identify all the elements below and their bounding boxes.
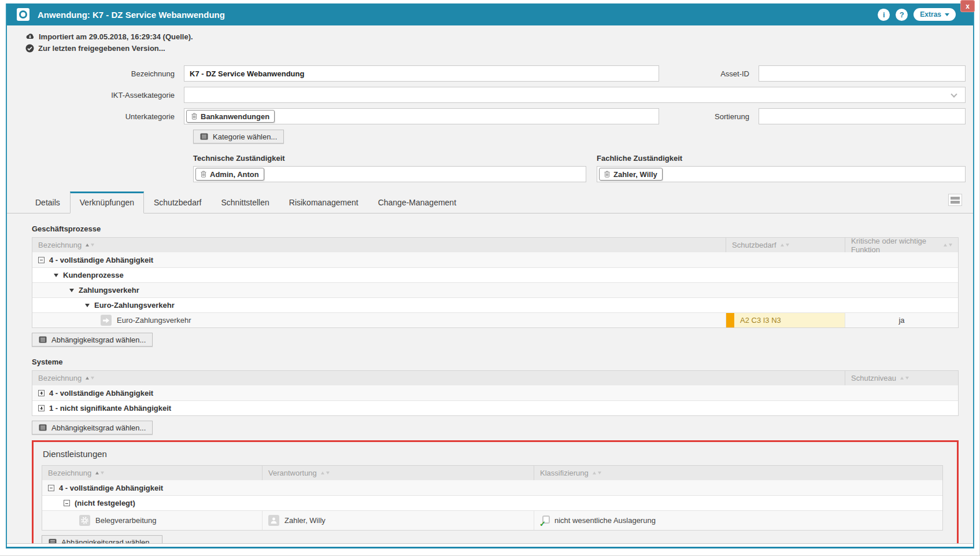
tab-bar: Details Verknüpfungen Schutzbedarf Schni… — [7, 192, 973, 213]
title-bar: Anwendung: K7 - DZ Service Webanwendung … — [7, 3, 973, 25]
tab-details[interactable]: Details — [25, 192, 70, 213]
geschaeftsprozesse-table: Bezeichnung Schutzbedarf Kritische oder … — [32, 237, 959, 328]
dienstleistungen-table: Bezeichnung Verantwortung Klassifizierun… — [42, 465, 943, 531]
sort-icon[interactable] — [95, 472, 104, 474]
trash-icon[interactable] — [604, 171, 610, 178]
tab-schnittstellen[interactable]: Schnittstellen — [212, 192, 279, 213]
version-link[interactable]: Zur letzten freigegebenen Version... — [38, 44, 165, 53]
table-row[interactable]: Kundenprozesse — [32, 267, 958, 282]
tab-verknuepfungen[interactable]: Verknüpfungen — [70, 192, 144, 213]
table-row[interactable]: 4 - vollständige Abhängigkeit — [42, 480, 942, 495]
abhaengigkeitsgrad-waehlen-button[interactable]: Abhängigkeitsgrad wählen... — [42, 535, 162, 544]
app-body: Importiert am 29.05.2018, 16:29:34 (Quel… — [7, 25, 973, 544]
extras-label: Extras — [920, 10, 941, 19]
technische-zustaendigkeit-label: Technische Zuständigkeit — [193, 154, 586, 163]
help-icon[interactable]: ? — [896, 9, 908, 21]
column-header-bezeichnung[interactable]: Bezeichnung — [32, 371, 845, 385]
expand-plus-icon[interactable] — [38, 405, 45, 411]
sortierung-input[interactable] — [759, 108, 966, 124]
bezeichnung-label: Bezeichnung — [25, 69, 184, 78]
abhaengigkeitsgrad-waehlen-button[interactable]: Abhängigkeitsgrad wählen... — [32, 333, 153, 347]
schutzbedarf-color-block — [726, 313, 734, 327]
sort-icon[interactable] — [781, 244, 789, 246]
systeme-table: Bezeichnung Schutzniveau 4 - vollständig… — [32, 370, 959, 416]
table-row[interactable]: (nicht festgelegt) — [42, 495, 942, 510]
dienstleistungen-panel-annotation: Dienstleistungen Bezeichnung Verantwortu… — [32, 440, 959, 544]
ikt-assetkategorie-select[interactable] — [184, 87, 966, 103]
dienstleistungen-title: Dienstleistungen — [43, 449, 943, 459]
trash-icon[interactable] — [201, 171, 206, 178]
abhaengigkeitsgrad-waehlen-button[interactable]: Abhängigkeitsgrad wählen... — [32, 421, 153, 435]
fachliche-zustaendigkeit-field[interactable]: Zahler, Willy — [597, 166, 966, 182]
chevron-down-icon — [945, 13, 949, 16]
collapse-minus-icon[interactable] — [38, 257, 45, 263]
kategorie-waehlen-label: Kategorie wählen... — [213, 132, 277, 141]
asset-form: Bezeichnung Asset-ID IKT-Assetkategorie … — [25, 65, 966, 182]
check-circle-icon — [25, 44, 34, 53]
tab-change-management[interactable]: Change-Management — [368, 192, 466, 213]
sort-icon[interactable] — [900, 377, 909, 380]
collapse-triangle-icon[interactable] — [54, 274, 58, 277]
table-row[interactable]: Zahlungsverkehr — [32, 282, 958, 297]
unterkategorie-chip[interactable]: Bankanwendungen — [186, 110, 275, 123]
schutzbedarf-cell: A2 C3 I3 N3 — [726, 313, 845, 327]
classification-check-icon — [540, 516, 550, 525]
collapse-minus-icon[interactable] — [48, 485, 54, 491]
version-line: Zur letzten freigegebenen Version... — [25, 42, 959, 54]
table-row[interactable]: 4 - vollständige Abhängigkeit — [32, 385, 958, 400]
column-header-bezeichnung[interactable]: Bezeichnung — [42, 466, 262, 480]
column-header-schutzniveau[interactable]: Schutzniveau — [845, 371, 958, 385]
extras-button[interactable]: Extras — [914, 8, 956, 21]
table-row[interactable]: Euro-Zahlungsverkehr A2 C3 I3 N3 ja — [32, 312, 958, 327]
info-icon[interactable]: i — [878, 9, 890, 21]
layout-rows-icon[interactable] — [948, 194, 962, 206]
column-header-kritische-funktion[interactable]: Kritische oder wichtige Funktion — [845, 238, 958, 252]
column-header-klassifizierung[interactable]: Klassifizierung — [534, 466, 942, 480]
bezeichnung-input[interactable] — [184, 65, 659, 82]
cloud-download-icon — [25, 33, 35, 40]
sort-icon[interactable] — [86, 377, 94, 380]
schutzbedarf-badge: A2 C3 I3 N3 — [726, 313, 845, 327]
unterkategorie-chip-label: Bankanwendungen — [201, 112, 269, 121]
process-arrow-icon — [101, 315, 112, 326]
technische-zustaendigkeit-field[interactable]: Admin, Anton — [193, 166, 586, 182]
sort-icon[interactable] — [593, 472, 601, 474]
expand-plus-icon[interactable] — [38, 390, 45, 396]
tab-risikomanagement[interactable]: Risikomanagement — [279, 192, 368, 213]
list-icon — [49, 539, 57, 544]
application-icon — [17, 8, 29, 21]
column-header-verantwortung[interactable]: Verantwortung — [262, 466, 534, 480]
table-row[interactable]: 4 - vollständige Abhängigkeit — [32, 252, 958, 267]
imported-line: Importiert am 29.05.2018, 16:29:34 (Quel… — [25, 31, 959, 42]
sort-icon[interactable] — [944, 244, 952, 246]
collapse-triangle-icon[interactable] — [85, 304, 90, 307]
ikt-assetkategorie-label: IKT-Assetkategorie — [25, 91, 184, 100]
table-row[interactable]: Euro-Zahlungsverkehr — [32, 297, 958, 312]
sort-icon[interactable] — [86, 244, 94, 246]
sort-icon[interactable] — [321, 472, 330, 474]
collapse-minus-icon[interactable] — [64, 500, 70, 506]
app-window: Anwendung: K7 - DZ Service Webanwendung … — [6, 3, 974, 548]
imported-text[interactable]: Importiert am 29.05.2018, 16:29:34 (Quel… — [39, 32, 193, 41]
window-title: Anwendung: K7 - DZ Service Webanwendung — [38, 10, 225, 20]
column-header-schutzbedarf[interactable]: Schutzbedarf — [726, 238, 845, 252]
column-header-bezeichnung[interactable]: Bezeichnung — [32, 238, 726, 252]
tab-schutzbedarf[interactable]: Schutzbedarf — [144, 192, 212, 213]
geschaeftsprozesse-title: Geschäftsprozesse — [32, 224, 959, 233]
chevron-down-icon — [951, 91, 957, 97]
fachliche-chip-label: Zahler, Willy — [613, 170, 657, 179]
systeme-title: Systeme — [32, 358, 959, 366]
trash-icon[interactable] — [191, 113, 197, 120]
unterkategorie-field[interactable]: Bankanwendungen — [184, 108, 659, 124]
table-row[interactable]: Belegverarbeitung Zahler, Willy nicht we… — [42, 510, 942, 530]
asset-id-input[interactable] — [759, 65, 966, 82]
kategorie-waehlen-button[interactable]: Kategorie wählen... — [193, 130, 284, 143]
technische-chip[interactable]: Admin, Anton — [195, 168, 264, 181]
close-icon[interactable]: x — [960, 0, 975, 12]
list-icon — [39, 336, 47, 343]
collapse-triangle-icon[interactable] — [69, 289, 74, 292]
fachliche-chip[interactable]: Zahler, Willy — [599, 168, 663, 181]
table-row[interactable]: 1 - nicht signifikante Abhängigkeit — [32, 400, 958, 415]
gear-icon — [79, 515, 90, 526]
kritische-funktion-cell: ja — [845, 313, 958, 327]
